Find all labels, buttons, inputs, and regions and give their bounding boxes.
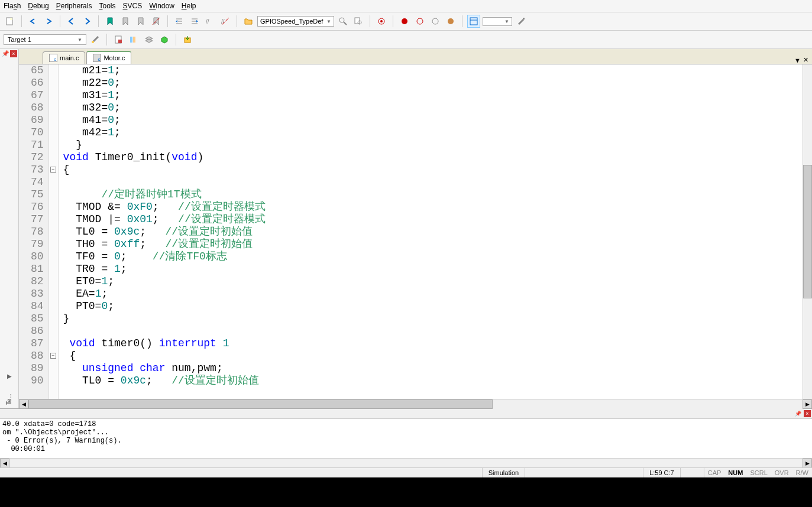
code-line[interactable]: TMOD &= 0xF0; //设置定时器模式 [63,201,812,213]
new-file-icon[interactable] [4,15,17,28]
svg-point-12 [339,18,344,22]
code-line[interactable] [63,176,812,188]
pack-installer-icon[interactable] [181,33,194,46]
code-line[interactable]: TR0 = 1; [63,263,812,275]
layers-icon[interactable] [143,33,156,46]
indent-right-icon[interactable] [188,15,201,28]
fold-toggle-icon[interactable]: − [50,167,56,173]
code-line[interactable]: } [63,139,812,151]
menu-tools[interactable]: Tools [99,2,115,10]
scroll-right-icon[interactable]: ▶ [803,399,812,409]
breakpoint-disable-icon[interactable] [429,15,442,28]
code-line[interactable]: TL0 = 0x9c; //设置定时初始值 [63,375,812,387]
tab-Motor-c[interactable]: Motor.c [86,51,131,64]
code-line[interactable]: EA=1; [63,288,812,300]
code-line[interactable]: TMOD |= 0x01; //设置定时器模式 [63,213,812,226]
menu-help[interactable]: Help [182,2,196,10]
svg-point-19 [417,18,423,24]
code-line[interactable]: m41=0; [63,114,812,126]
code-line[interactable]: m21=1; [63,64,812,77]
code-line[interactable]: ET0=1; [63,275,812,288]
code-line[interactable]: void timer0() interrupt 1 [63,337,812,350]
bookmark-next-icon[interactable] [134,15,147,28]
pin-icon[interactable]: 📌 [794,410,801,417]
code-line[interactable]: { [63,350,812,362]
code-line[interactable] [63,325,812,337]
menu-peripherals[interactable]: Peripherals [56,2,92,10]
line-number: 84 [31,300,44,313]
undo-icon[interactable] [27,15,40,28]
scrollbar-thumb[interactable] [803,165,812,298]
fold-column[interactable]: −− [49,64,59,399]
build-output-text[interactable]: 40.0 xdata=0 code=1718 om ".\Objects\pro… [0,419,812,458]
scroll-left-icon[interactable]: ◀ [19,399,28,409]
file-ext-icon[interactable] [112,33,125,46]
window-layout-combo[interactable]: ▼ [483,17,512,26]
code-line[interactable]: { [63,164,812,176]
line-number: 73 [31,164,44,176]
target-combo[interactable]: Target 1 ▼ [4,34,86,45]
indent-left-icon[interactable] [173,15,186,28]
code-line[interactable]: m32=0; [63,102,812,114]
manage-rte-icon[interactable] [158,33,171,46]
line-number: 79 [31,238,44,251]
code-editor[interactable]: 6566676869707172737475767778798081828384… [19,64,812,399]
options-icon[interactable] [89,33,102,46]
scrollbar-track[interactable] [28,399,803,409]
code-line[interactable]: TL0 = 0x9c; //设置定时初始值 [63,226,812,238]
menu-window[interactable]: Window [149,2,174,10]
nav-forward-icon[interactable] [80,15,93,28]
comment-icon[interactable]: // [203,15,216,28]
redo-icon[interactable] [42,15,55,28]
menu-flash[interactable]: Flash [4,2,21,10]
code-line[interactable]: //定时器时钟1T模式 [63,188,812,201]
tab-main-c[interactable]: main.c [43,51,85,64]
close-icon[interactable]: × [10,50,17,57]
debug-icon[interactable] [375,15,388,28]
status-indicator-num: NUM [724,468,746,477]
search-combo[interactable]: GPIOSpeed_TypeDef ▼ [257,16,334,27]
tab-menu-icon[interactable]: ▼ [794,57,801,64]
build-scrollbar[interactable]: ◀ ▶ [0,458,812,467]
find-icon[interactable] [337,15,350,28]
code-line[interactable]: void Timer0_init(void) [63,151,812,164]
uncomment-icon[interactable]: // [219,15,232,28]
bookmark-clear-icon[interactable] [150,15,163,28]
manage-books-icon[interactable] [127,33,140,46]
vertical-scrollbar[interactable] [803,64,812,399]
scroll-right-icon[interactable]: ▶ [803,459,812,468]
breakpoint-kill-icon[interactable] [444,15,457,28]
window-layout-icon[interactable] [467,15,480,28]
bookmark-prev-icon[interactable] [119,15,132,28]
tab-close-icon[interactable]: ✕ [803,56,808,64]
code-line[interactable]: TH0 = 0xff; //设置定时初始值 [63,238,812,251]
code-line[interactable]: m42=1; [63,126,812,139]
breakpoint-enable-icon[interactable] [413,15,426,28]
menu-debug[interactable]: Debug [28,2,48,10]
scrollbar-thumb[interactable] [28,399,493,409]
horizontal-scrollbar[interactable]: ◀ ▶ [19,399,812,408]
close-icon[interactable]: × [804,410,811,417]
code-line[interactable]: } [63,313,812,325]
scroll-right-icon[interactable]: ▶ [1,373,17,379]
code-line[interactable]: m22=0; [63,77,812,89]
nav-back-icon[interactable] [65,15,78,28]
fold-toggle-icon[interactable]: − [50,353,56,359]
configure-icon[interactable] [515,15,528,28]
code-line[interactable]: m31=1; [63,89,812,102]
line-number: 76 [31,201,44,213]
code-line[interactable]: unsigned char num,pwm; [63,362,812,375]
pin-icon[interactable]: 📌 [2,50,9,57]
code-body[interactable]: m21=1; m22=0; m31=1; m32=0; m41=0; m42=1… [59,64,812,399]
menu-svcs[interactable]: SVCS [122,2,142,10]
code-line[interactable]: PT0=0; [63,300,812,313]
project-tab-label[interactable]: Te... [1,391,17,407]
bookmark-toggle-icon[interactable] [103,15,117,28]
scroll-left-icon[interactable]: ◀ [0,459,9,468]
open-folder-icon[interactable] [242,15,255,28]
line-number: 74 [31,176,44,188]
code-line[interactable]: TF0 = 0; //清除TF0标志 [63,251,812,263]
breakpoint-insert-icon[interactable] [398,15,411,28]
line-number: 68 [31,102,44,114]
find-in-files-icon[interactable] [352,15,365,28]
